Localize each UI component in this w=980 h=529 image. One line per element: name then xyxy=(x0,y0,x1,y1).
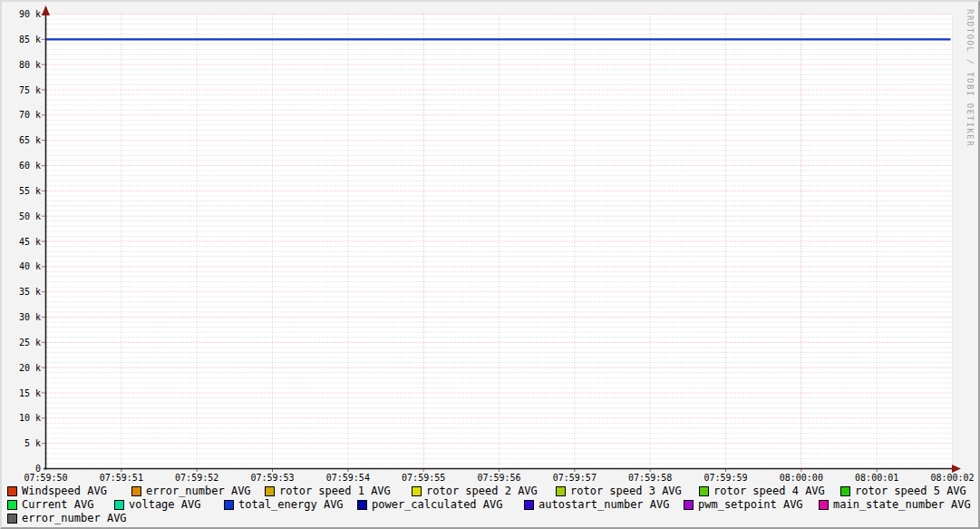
legend-label: error_number AVG xyxy=(146,485,251,497)
x-tick-label: 07:59:59 xyxy=(703,473,747,483)
legend-label: voltage AVG xyxy=(129,498,200,511)
legend-item-total-energy-avg: total_energy AVG xyxy=(224,499,344,510)
legend-label: rotor speed 5 AVG xyxy=(855,485,966,497)
legend-item-error-number-avg: error_number AVG xyxy=(131,485,251,496)
legend-item-windspeed-avg: Windspeed AVG xyxy=(7,485,107,496)
legend-label: Current AVG xyxy=(22,498,93,511)
x-tick-label: 07:59:58 xyxy=(628,473,672,483)
plot-area: 05 k10 k15 k20 k25 k30 k35 k40 k45 k50 k… xyxy=(0,0,980,485)
y-tick-label: 35 k xyxy=(19,287,41,297)
y-tick-label: 60 k xyxy=(19,161,41,171)
legend-swatch-power-calculated-avg xyxy=(357,500,367,510)
y-tick-label: 25 k xyxy=(19,338,41,348)
legend-item-pwm-setpoint-avg: pwm_setpoint AVG xyxy=(684,499,803,510)
legend-item-autostart-number-avg: autostart_number AVG xyxy=(524,499,670,510)
legend-item-rotor-speed-1-avg: rotor speed 1 AVG xyxy=(265,485,391,496)
y-tick-label: 50 k xyxy=(19,211,41,221)
legend-swatch-main-state-number-avg xyxy=(819,500,829,510)
x-tick-label: 07:59:54 xyxy=(326,473,370,483)
legend-label: power_calculated AVG xyxy=(372,498,503,511)
x-tick-label: 07:59:56 xyxy=(477,473,520,483)
legend-label: rotor speed 2 AVG xyxy=(426,485,538,497)
x-tick-label: 08:00:02 xyxy=(930,473,974,483)
x-axis-arrow-icon xyxy=(952,465,961,473)
legend-item-current-avg: Current AVG xyxy=(7,499,93,510)
legend-label: Windspeed AVG xyxy=(22,485,107,497)
legend-item-rotor-speed-3-avg: rotor speed 3 AVG xyxy=(556,485,682,496)
y-tick-label: 45 k xyxy=(19,237,41,247)
y-tick-label: 55 k xyxy=(19,186,41,196)
legend-item-voltage-avg: voltage AVG xyxy=(114,499,200,510)
legend-swatch-voltage-avg xyxy=(114,500,124,510)
legend-item-error-number-avg: error_number AVG xyxy=(7,513,127,524)
legend-item-rotor-speed-4-avg: rotor speed 4 AVG xyxy=(699,485,825,496)
legend-label: pwm_setpoint AVG xyxy=(698,498,803,511)
y-tick-label: 20 k xyxy=(19,363,41,373)
legend-swatch-rotor-speed-3-avg xyxy=(556,486,566,496)
legend-label: rotor speed 1 AVG xyxy=(279,485,391,497)
x-tick-label: 08:00:00 xyxy=(780,473,823,483)
legend-swatch-rotor-speed-2-avg xyxy=(412,486,422,496)
legend-swatch-rotor-speed-1-avg xyxy=(265,486,275,496)
y-tick-label: 65 k xyxy=(19,135,41,145)
x-tick-label: 07:59:55 xyxy=(402,473,445,483)
legend-swatch-windspeed-avg xyxy=(7,486,17,496)
y-tick-label: 85 k xyxy=(19,34,41,44)
legend-swatch-error-number-avg xyxy=(131,486,141,496)
legend-label: rotor speed 4 AVG xyxy=(713,485,825,497)
legend-label: autostart_number AVG xyxy=(539,498,670,511)
y-tick-label: 75 k xyxy=(19,85,41,95)
legend-swatch-pwm-setpoint-avg xyxy=(684,500,694,510)
rrdtool-graph: 05 k10 k15 k20 k25 k30 k35 k40 k45 k50 k… xyxy=(0,0,980,529)
watermark: RRDTOOL / TOBI OETIKER xyxy=(965,9,975,147)
x-tick-label: 08:00:01 xyxy=(855,473,898,483)
legend-item-rotor-speed-2-avg: rotor speed 2 AVG xyxy=(412,485,538,496)
x-tick-label: 07:59:52 xyxy=(175,473,218,483)
legend-label: error_number AVG xyxy=(22,512,127,524)
y-tick-label: 15 k xyxy=(19,388,41,398)
y-tick-label: 90 k xyxy=(19,9,41,19)
legend-swatch-rotor-speed-5-avg xyxy=(840,486,850,496)
y-axis-arrow-icon xyxy=(42,5,50,15)
y-tick-label: 5 k xyxy=(24,438,41,448)
y-tick-label: 10 k xyxy=(19,413,41,423)
x-tick-label: 07:59:50 xyxy=(24,473,67,483)
y-tick-label: 30 k xyxy=(19,312,41,322)
x-tick-label: 07:59:51 xyxy=(100,473,143,483)
legend-swatch-total-energy-avg xyxy=(224,500,234,510)
legend-item-power-calculated-avg: power_calculated AVG xyxy=(357,499,503,510)
y-tick-label: 40 k xyxy=(19,261,41,271)
legend-item-main-state-number-avg: main_state_number AVG xyxy=(819,499,971,510)
x-tick-label: 07:59:57 xyxy=(553,473,597,483)
legend-swatch-current-avg xyxy=(7,500,17,510)
legend-swatch-rotor-speed-4-avg xyxy=(699,486,709,496)
legend-label: main_state_number AVG xyxy=(833,498,971,511)
y-tick-label: 80 k xyxy=(19,60,41,70)
legend-label: rotor speed 3 AVG xyxy=(570,485,682,497)
legend-item-rotor-speed-5-avg: rotor speed 5 AVG xyxy=(840,485,966,496)
y-tick-label: 70 k xyxy=(19,110,41,120)
legend-swatch-error-number-avg xyxy=(7,514,17,524)
x-tick-label: 07:59:53 xyxy=(250,473,294,483)
legend-swatch-autostart-number-avg xyxy=(524,500,534,510)
legend-label: total_energy AVG xyxy=(238,498,344,511)
